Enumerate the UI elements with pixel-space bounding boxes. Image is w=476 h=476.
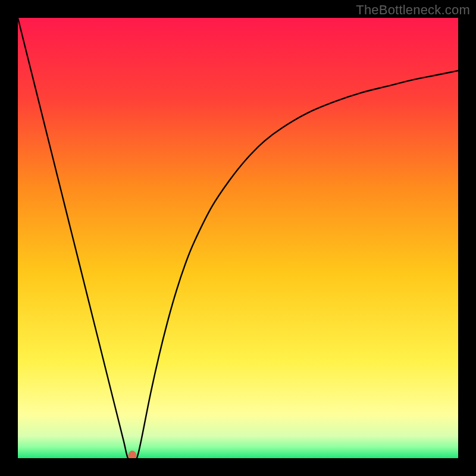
chart-frame: TheBottleneck.com: [0, 0, 476, 476]
bottleneck-plot: [18, 18, 458, 458]
plot-background: [18, 18, 458, 458]
watermark-text: TheBottleneck.com: [356, 2, 470, 18]
